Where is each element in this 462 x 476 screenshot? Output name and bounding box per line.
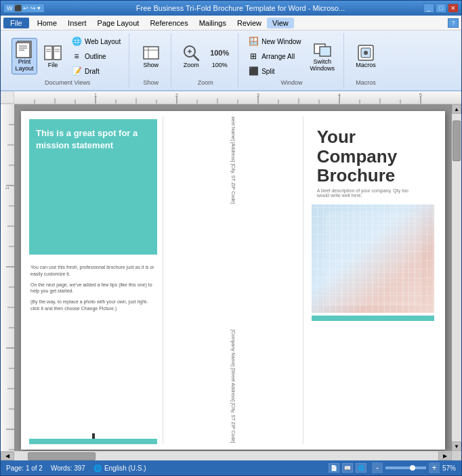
review-menu[interactable]: Review xyxy=(232,18,267,28)
web-layout-button[interactable]: 🌐 Web Layout xyxy=(68,35,123,48)
body-text-3: (By the way, to replace a photo with you… xyxy=(30,299,156,312)
switch-windows-button[interactable]: SwitchWindows xyxy=(307,38,339,74)
outline-icon: ≡ xyxy=(71,51,82,62)
app-window: W ⬛ ↩ ↪ ▾ Free Business Tri-Fold Brochur… xyxy=(0,0,462,476)
view-mode-buttons: 📄 📖 🌐 xyxy=(329,463,366,473)
address-top-text: [Recipient Name] [Address] [City, ST ZIP… xyxy=(229,116,236,204)
building-image xyxy=(312,204,434,313)
language-status: 🌐 English (U.S.) xyxy=(93,464,146,472)
draft-label: Draft xyxy=(85,68,100,75)
zoom-100-button[interactable]: 100% 100% xyxy=(207,41,232,71)
show-buttons: Show xyxy=(138,35,164,78)
vertical-ruler: 1 xyxy=(1,104,14,451)
page-layout-menu[interactable]: Page Layout xyxy=(92,18,145,28)
quick-access[interactable]: W ⬛ ↩ ↪ ▾ xyxy=(3,3,45,13)
status-right: 📄 📖 🌐 - + 57% xyxy=(329,462,456,473)
svg-text:4: 4 xyxy=(338,93,341,98)
draft-button[interactable]: 📝 Draft xyxy=(68,64,123,78)
scroll-track[interactable] xyxy=(452,114,461,441)
show-button[interactable]: Show xyxy=(138,41,164,71)
vertical-scrollbar[interactable]: ▲ ▼ xyxy=(452,104,461,451)
zoom-level: 57% xyxy=(442,464,456,472)
svg-rect-6 xyxy=(54,46,61,60)
zoom-button[interactable]: Zoom xyxy=(178,41,204,71)
v-ruler-svg: 1 xyxy=(1,104,14,451)
scroll-up-arrow[interactable]: ▲ xyxy=(452,104,461,114)
zoom-out-button[interactable]: - xyxy=(372,462,383,473)
teal-bar-bottom xyxy=(29,439,157,444)
address-bottom-text: [Company Name] [Street Address] [City, S… xyxy=(229,330,236,443)
ruler-corner xyxy=(1,91,14,104)
middle-panel: [Recipient Name] [Address] [City, ST ZIP… xyxy=(166,116,299,444)
references-menu[interactable]: References xyxy=(144,18,193,28)
right-panel: YourCompanyBrochure A brief description … xyxy=(306,116,440,444)
home-menu[interactable]: Home xyxy=(32,18,62,28)
ruler-container: 1 2 3 4 xyxy=(1,91,461,104)
full-screen-reading-button[interactable]: File xyxy=(40,41,66,71)
zoom-100-icon: 100% xyxy=(210,43,229,62)
status-bar: Page: 1 of 2 Words: 397 🌐 English (U.S.)… xyxy=(1,460,461,475)
minimize-button[interactable]: _ xyxy=(423,3,434,13)
doc-view-buttons: PrintLayout File xyxy=(12,35,123,78)
macros-group: Macros Macros xyxy=(345,33,386,87)
arrange-label: Arrange All xyxy=(261,53,295,60)
svg-text:3: 3 xyxy=(257,93,259,98)
svg-line-15 xyxy=(194,56,198,60)
insert-menu[interactable]: Insert xyxy=(62,18,92,28)
h-scroll-thumb[interactable] xyxy=(28,452,96,460)
split-label: Split xyxy=(261,68,274,75)
svg-rect-19 xyxy=(320,47,331,56)
show-icon xyxy=(142,43,161,62)
ribbon: PrintLayout File xyxy=(1,30,461,91)
window-group-label: Window xyxy=(281,79,303,86)
scroll-down-arrow[interactable]: ▼ xyxy=(452,441,461,451)
tagline: A brief description of your company. Qty… xyxy=(317,188,429,198)
small-view-buttons: 🌐 Web Layout ≡ Outline 📝 Draft xyxy=(68,35,123,78)
building-overlay xyxy=(312,204,434,313)
scroll-thumb[interactable] xyxy=(453,121,461,161)
h-scroll-track[interactable] xyxy=(14,452,438,460)
arrange-all-button[interactable]: ⊞ Arrange All xyxy=(245,49,303,63)
arrange-icon: ⊞ xyxy=(248,51,259,62)
mailings-menu[interactable]: Mailings xyxy=(194,18,232,28)
full-read-btn[interactable]: 📖 xyxy=(342,463,353,473)
web-view-btn[interactable]: 🌐 xyxy=(356,463,366,473)
document-page[interactable]: This is a great spot for a mission state… xyxy=(21,111,445,450)
split-button[interactable]: ⬛ Split xyxy=(245,64,303,78)
svg-text:1: 1 xyxy=(94,93,97,98)
maximize-button[interactable]: □ xyxy=(436,3,446,13)
file-menu[interactable]: File xyxy=(3,18,29,28)
macros-button[interactable]: Macros xyxy=(352,41,379,71)
outline-button[interactable]: ≡ Outline xyxy=(68,49,123,63)
close-button[interactable]: ✕ xyxy=(448,3,459,13)
body-text-1: You can use this fresh, professional bro… xyxy=(30,264,156,278)
view-menu[interactable]: View xyxy=(267,18,294,28)
outline-label: Outline xyxy=(85,53,106,60)
svg-point-22 xyxy=(364,51,368,55)
zoom-in-button[interactable]: + xyxy=(429,462,440,473)
print-layout-button[interactable]: PrintLayout xyxy=(12,38,37,74)
print-layout-icon xyxy=(15,40,34,59)
new-window-button[interactable]: 🪟 New Window xyxy=(245,35,303,48)
scroll-right-arrow[interactable]: ▶ xyxy=(438,452,452,460)
title-bar: W ⬛ ↩ ↪ ▾ Free Business Tri-Fold Brochur… xyxy=(1,1,461,16)
zoom-slider[interactable] xyxy=(385,467,426,469)
document-area: This is a great spot for a mission state… xyxy=(14,104,452,451)
help-minimize[interactable]: ? xyxy=(448,18,459,28)
scroll-corner xyxy=(452,452,461,460)
address-top: [Recipient Name] [Address] [City, ST ZIP… xyxy=(229,116,236,204)
document-views-group: PrintLayout File xyxy=(6,33,129,87)
svg-text:5: 5 xyxy=(419,93,422,98)
window-group: 🪟 New Window ⊞ Arrange All ⬛ Split xyxy=(240,33,344,87)
page-view-btn[interactable]: 📄 xyxy=(329,463,339,473)
content-area: 1 2 3 4 xyxy=(1,91,461,460)
print-layout-label: PrintLayout xyxy=(15,59,33,72)
show-group: Show Show xyxy=(131,33,171,87)
menu-bar: File Home Insert Page Layout References … xyxy=(1,16,461,30)
language-icon: 🌐 xyxy=(93,464,102,472)
scroll-left-arrow[interactable]: ◀ xyxy=(1,452,14,460)
horizontal-ruler: 1 2 3 4 xyxy=(14,91,461,104)
zoom-control: - + 57% xyxy=(372,462,456,473)
zoom-slider-thumb[interactable] xyxy=(410,465,415,471)
zoom-icon xyxy=(182,43,201,62)
